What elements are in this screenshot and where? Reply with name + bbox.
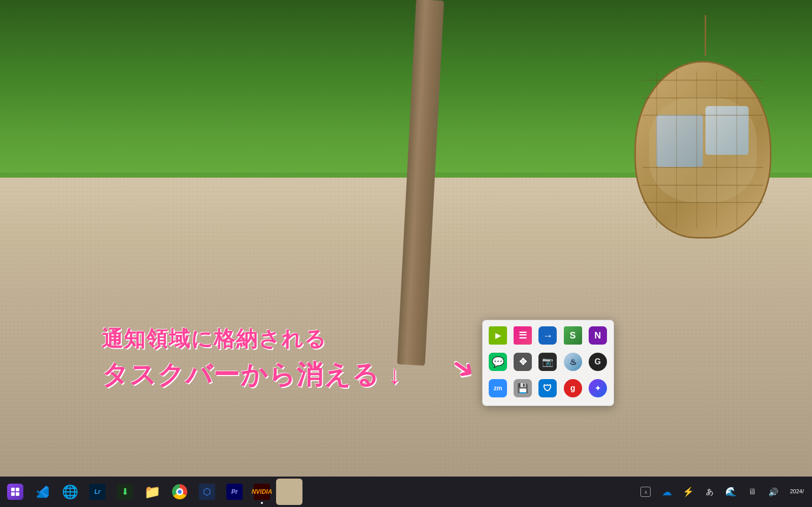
tray-overflow-popup: ▶ ☰ → S N 💬 ✥ 📷 ♨ G zm 💾 🛡 g ✦ — [482, 320, 614, 406]
tray-icon-red-g[interactable]: g — [562, 377, 584, 399]
volume-icon: 🔊 — [768, 487, 779, 497]
display-icon: 🖥 — [748, 487, 756, 496]
taskbar-right-icons: ∧ ☁ ⚡ あ 🌊 🖥 🔊 2024/ — [636, 483, 812, 501]
tray-icon-nvidia[interactable]: ▶ — [487, 324, 509, 347]
taskbar-display[interactable]: 🖥 — [743, 483, 761, 501]
tray-icon-mobile[interactable]: ☰ — [512, 324, 534, 347]
taskbar-lightroom[interactable]: Lr — [84, 479, 111, 505]
svg-rect-1 — [16, 488, 19, 491]
taskbar-download-manager[interactable]: ⬇ — [112, 479, 138, 505]
taskbar-ime[interactable]: あ — [700, 483, 719, 501]
taskbar-premiere[interactable]: Pr — [221, 479, 248, 505]
taskbar-browser[interactable]: 🌐 — [57, 479, 83, 505]
tray-icon-onenote[interactable]: N — [587, 324, 609, 347]
svg-rect-0 — [11, 488, 15, 491]
tray-icon-copilot-extra[interactable]: ✦ — [587, 377, 609, 399]
taskbar-active-slot[interactable] — [276, 479, 302, 505]
annotation-container: 通知領域に格納される タスクバーから消える ↓ — [101, 325, 402, 393]
clock-time: 2024/ — [790, 488, 804, 495]
tray-icon-usb[interactable]: 💾 — [512, 377, 534, 399]
svg-rect-2 — [11, 492, 15, 496]
taskbar-start-button[interactable] — [2, 479, 28, 505]
svg-rect-3 — [16, 492, 19, 496]
annotation-line2: タスクバーから消える ↓ — [101, 357, 402, 393]
taskbar-vscode[interactable] — [29, 479, 56, 505]
onedrive-icon: ☁ — [662, 486, 672, 498]
tray-icon-g-app[interactable]: G — [587, 351, 609, 373]
taskbar-onedrive[interactable]: ☁ — [658, 483, 676, 501]
hanging-chair — [624, 15, 787, 279]
annotation-line1: 通知領域に格納される — [101, 325, 402, 353]
bluetooth-icon: ⚡ — [683, 486, 694, 497]
taskbar-file-explorer[interactable]: 📁 — [139, 479, 165, 505]
taskbar-blue-app[interactable]: ⬡ — [194, 479, 220, 505]
taskbar-edge[interactable]: 🌊 — [722, 483, 740, 501]
taskbar: 🌐 Lr ⬇ 📁 ⬡ Pr NVIDIA — [0, 477, 812, 507]
chevron-expand-icon: ∧ — [640, 487, 651, 497]
tray-icon-zoom[interactable]: zm — [487, 377, 509, 399]
taskbar-volume[interactable]: 🔊 — [764, 483, 783, 501]
taskbar-illustrator[interactable]: NVIDIA — [249, 479, 275, 505]
tray-icon-blue-arrow[interactable]: → — [536, 324, 559, 347]
taskbar-left-icons: 🌐 Lr ⬇ 📁 ⬡ Pr NVIDIA — [0, 479, 636, 505]
tray-icon-camera[interactable]: 📷 — [536, 351, 559, 373]
tray-icon-wechat[interactable]: 💬 — [487, 351, 509, 373]
taskbar-chrome[interactable] — [166, 479, 193, 505]
taskbar-clock[interactable]: 2024/ — [786, 488, 808, 495]
tray-icon-move[interactable]: ✥ — [512, 351, 534, 373]
tray-icon-security[interactable]: 🛡 — [536, 377, 559, 399]
ime-indicator: あ — [706, 487, 714, 497]
tray-icon-steam[interactable]: ♨ — [562, 351, 584, 373]
tray-icon-green-s[interactable]: S — [562, 324, 584, 347]
edge-icon: 🌊 — [725, 486, 736, 497]
show-hidden-icons-button[interactable]: ∧ — [636, 483, 655, 501]
taskbar-bluetooth[interactable]: ⚡ — [679, 483, 697, 501]
